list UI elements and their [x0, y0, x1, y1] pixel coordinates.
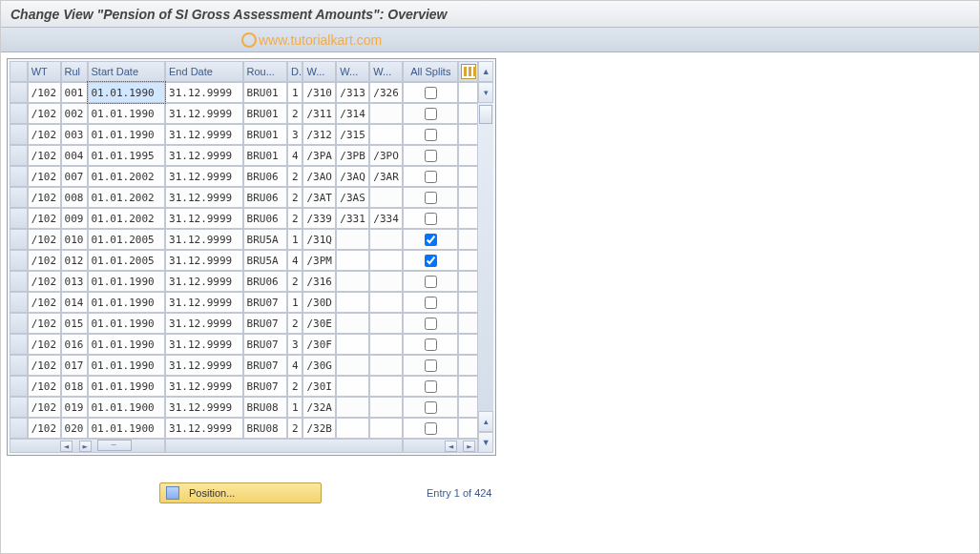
cell-w3[interactable]: /3PO	[369, 145, 403, 166]
cell-rul[interactable]: 007	[61, 166, 88, 187]
cell-allsplit[interactable]	[403, 250, 458, 271]
cell-w2[interactable]: /315	[336, 124, 369, 145]
cell-w2[interactable]	[336, 271, 369, 292]
cell-rou[interactable]: BRU06	[243, 166, 288, 187]
col-d-header[interactable]: D..	[287, 61, 302, 82]
cell-rou[interactable]: BRU06	[243, 187, 288, 208]
table-row[interactable]: /10201301.01.199031.12.9999BRU062/316	[10, 271, 478, 292]
allsplit-checkbox[interactable]	[425, 234, 437, 246]
cell-w3[interactable]	[369, 271, 403, 292]
cell-w3[interactable]	[369, 103, 403, 124]
cell-allsplit[interactable]	[403, 229, 458, 250]
cell-rul[interactable]: 014	[61, 292, 88, 313]
cell-w2[interactable]	[336, 418, 369, 439]
cell-allsplit[interactable]	[403, 397, 458, 418]
cell-end[interactable]: 31.12.9999	[165, 187, 243, 208]
cell-start[interactable]: 01.01.1995	[88, 145, 166, 166]
cell-w2[interactable]	[336, 229, 369, 250]
cell-allsplit[interactable]	[403, 292, 458, 313]
table-settings-icon[interactable]	[461, 64, 476, 79]
cell-d[interactable]: 2	[287, 208, 302, 229]
cell-rul[interactable]: 001	[61, 82, 88, 103]
cell-start[interactable]: 01.01.1990	[88, 355, 166, 376]
cell-w3[interactable]	[369, 313, 403, 334]
cell-allsplit[interactable]	[403, 418, 458, 439]
cell-w3[interactable]: /334	[369, 208, 403, 229]
cell-rou[interactable]: BRU07	[243, 355, 288, 376]
cell-w2[interactable]: /331	[336, 208, 369, 229]
allsplit-checkbox[interactable]	[425, 276, 437, 288]
cell-rou[interactable]: BRU07	[243, 334, 288, 355]
cell-w1[interactable]: /3PA	[302, 145, 336, 166]
cell-end[interactable]: 31.12.9999	[165, 271, 243, 292]
col-w2-header[interactable]: W...	[336, 61, 369, 82]
cell-rul[interactable]: 017	[61, 355, 88, 376]
col-start-header[interactable]: Start Date	[88, 61, 166, 82]
hscroll-thumb[interactable]: ⋯	[97, 440, 132, 451]
allsplit-checkbox[interactable]	[425, 318, 437, 330]
row-select-handle[interactable]	[10, 124, 28, 145]
cell-w2[interactable]	[336, 397, 369, 418]
row-select-handle[interactable]	[10, 271, 28, 292]
row-select-handle[interactable]	[10, 334, 28, 355]
cell-d[interactable]: 2	[287, 376, 302, 397]
cell-start[interactable]: 01.01.2005	[88, 250, 166, 271]
cell-start[interactable]: 01.01.1990	[88, 313, 166, 334]
cell-wt[interactable]: /102	[28, 103, 61, 124]
cell-allsplit[interactable]	[403, 187, 458, 208]
cell-end[interactable]: 31.12.9999	[165, 124, 243, 145]
table-row[interactable]: /10200901.01.200231.12.9999BRU062/339/33…	[10, 208, 478, 229]
cell-allsplit[interactable]	[403, 208, 458, 229]
cell-wt[interactable]: /102	[28, 397, 61, 418]
allsplit-checkbox[interactable]	[425, 129, 437, 141]
cell-wt[interactable]: /102	[28, 82, 61, 103]
row-select-handle[interactable]	[10, 376, 28, 397]
cell-end[interactable]: 31.12.9999	[165, 334, 243, 355]
allsplit-checkbox[interactable]	[425, 401, 437, 414]
allsplit-checkbox[interactable]	[425, 213, 437, 225]
cell-end[interactable]: 31.12.9999	[165, 250, 243, 271]
cell-d[interactable]: 1	[287, 229, 302, 250]
cell-end[interactable]: 31.12.9999	[165, 145, 243, 166]
cell-end[interactable]: 31.12.9999	[165, 397, 243, 418]
cell-start[interactable]: 01.01.1990	[88, 376, 166, 397]
cell-start[interactable]: 01.01.1990	[88, 82, 166, 103]
col-wt-header[interactable]: WT	[28, 61, 61, 82]
cell-wt[interactable]: /102	[28, 250, 61, 271]
cell-rou[interactable]: BRU01	[243, 124, 288, 145]
cell-rul[interactable]: 004	[61, 145, 88, 166]
cell-allsplit[interactable]	[403, 166, 458, 187]
cell-w2[interactable]: /3AQ	[336, 166, 369, 187]
row-select-handle[interactable]	[10, 229, 28, 250]
cell-end[interactable]: 31.12.9999	[165, 82, 243, 103]
cell-w2[interactable]: /3PB	[336, 145, 369, 166]
cell-w3[interactable]: /326	[369, 82, 403, 103]
cell-rou[interactable]: BRU01	[243, 145, 288, 166]
row-select-handle[interactable]	[10, 166, 28, 187]
cell-w3[interactable]	[369, 187, 403, 208]
cell-rul[interactable]: 002	[61, 103, 88, 124]
cell-w1[interactable]: /339	[302, 208, 336, 229]
cell-rou[interactable]: BRU01	[243, 82, 288, 103]
cell-wt[interactable]: /102	[28, 376, 61, 397]
cell-rul[interactable]: 016	[61, 334, 88, 355]
cell-w3[interactable]	[369, 334, 403, 355]
table-row[interactable]: /10202001.01.190031.12.9999BRU082/32B	[10, 418, 478, 439]
allsplit-checkbox[interactable]	[425, 192, 437, 204]
position-button[interactable]: Position...	[159, 482, 322, 503]
table-row[interactable]: /10201701.01.199031.12.9999BRU074/30G	[10, 355, 478, 376]
row-select-handle[interactable]	[10, 397, 28, 418]
table-row[interactable]: /10200301.01.199031.12.9999BRU013/312/31…	[10, 124, 478, 145]
cell-end[interactable]: 31.12.9999	[165, 208, 243, 229]
cell-end[interactable]: 31.12.9999	[165, 103, 243, 124]
cell-allsplit[interactable]	[403, 82, 458, 103]
cell-rou[interactable]: BRU08	[243, 418, 288, 439]
cell-wt[interactable]: /102	[28, 229, 61, 250]
cell-start[interactable]: 01.01.1990	[88, 103, 166, 124]
cell-w3[interactable]	[369, 418, 403, 439]
cell-rou[interactable]: BRU5A	[243, 250, 288, 271]
cell-w1[interactable]: /32B	[302, 418, 336, 439]
table-row[interactable]: /10201201.01.200531.12.9999BRU5A4/3PM	[10, 250, 478, 271]
col-allsplit-header[interactable]: All Splits	[403, 61, 458, 82]
cell-end[interactable]: 31.12.9999	[165, 229, 243, 250]
